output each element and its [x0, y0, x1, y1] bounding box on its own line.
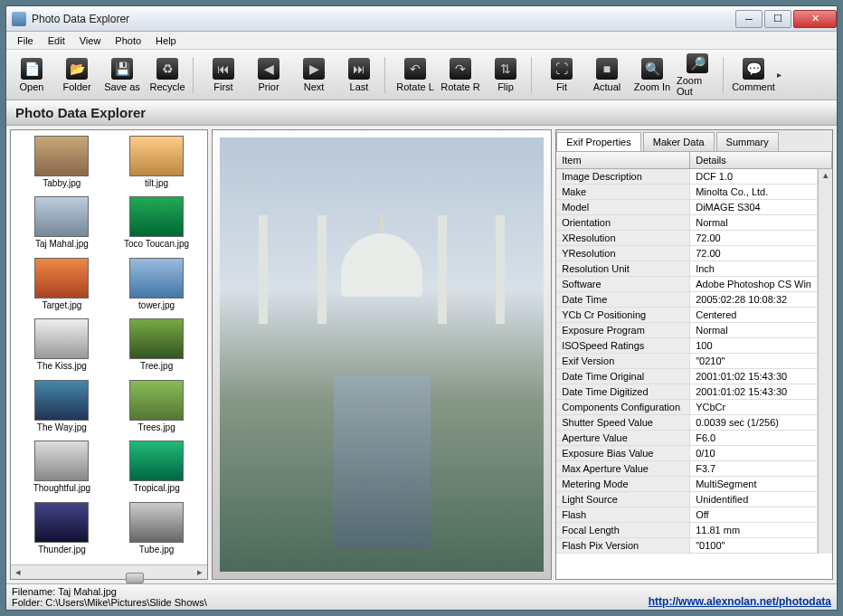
thumbnail[interactable]: Tree.jpg — [111, 318, 203, 375]
toolbar-overflow[interactable]: ▸ — [777, 70, 788, 80]
table-row[interactable]: FlashOff — [556, 507, 818, 523]
prior-button[interactable]: ◀Prior — [247, 52, 290, 98]
table-row[interactable]: ISOSpeed Ratings100 — [556, 338, 818, 354]
table-row[interactable]: Max Aperture ValueF3.7 — [556, 461, 818, 477]
table-header: Item Details — [556, 152, 832, 169]
table-row[interactable]: Image DescriptionDCF 1.0 — [556, 169, 818, 185]
folder-icon: 📂 — [66, 58, 88, 80]
rotater-button[interactable]: ↷Rotate R — [439, 52, 482, 98]
menu-edit[interactable]: Edit — [41, 33, 72, 48]
thumbnail[interactable]: The Kiss.jpg — [16, 318, 108, 375]
table-row[interactable]: Light SourceUnidentified — [556, 492, 818, 507]
rotatel-button[interactable]: ↶Rotate L — [393, 52, 437, 98]
header-strip: Photo Data Explorer — [6, 100, 837, 126]
table-row[interactable]: Metering ModeMultiSegment — [556, 477, 818, 492]
folder-button[interactable]: 📂Folder — [55, 52, 99, 98]
thumbnail[interactable]: Trees.jpg — [111, 380, 203, 437]
thumbnail-image — [34, 318, 89, 359]
table-row[interactable]: Date Time Digitized2001:01:02 15:43:30 — [556, 384, 818, 400]
thumbnail-image — [129, 380, 184, 421]
table-row[interactable]: YResolution72.00 — [556, 246, 818, 261]
last-icon: ⏭ — [348, 58, 370, 80]
table-row[interactable]: ModelDiMAGE S304 — [556, 200, 818, 215]
tab-maker[interactable]: Maker Data — [643, 132, 715, 151]
tab-summary[interactable]: Summary — [716, 132, 779, 151]
recycle-button[interactable]: ♻Recycle — [146, 52, 189, 98]
open-button[interactable]: 📄Open — [10, 52, 53, 98]
maximize-button[interactable]: ☐ — [764, 10, 791, 28]
table-row[interactable]: Exposure Bias Value0/10 — [556, 446, 818, 461]
table-row[interactable]: Components ConfigurationYCbCr — [556, 400, 818, 415]
table-row[interactable]: Shutter Speed Value0.0039 sec (1/256) — [556, 415, 818, 431]
rotatel-icon: ↶ — [404, 58, 426, 80]
first-button[interactable]: ⏮First — [202, 52, 245, 98]
thumbnail[interactable]: Tropical.jpg — [111, 441, 203, 498]
open-icon: 📄 — [21, 58, 43, 80]
thumbnail-image — [129, 196, 184, 237]
zoomout-button[interactable]: 🔎Zoom Out — [676, 52, 719, 98]
table-row[interactable]: Resolution UnitInch — [556, 261, 818, 277]
menu-file[interactable]: File — [10, 33, 41, 48]
thumbnail-label: tower.jpg — [138, 300, 175, 310]
table-row[interactable]: SoftwareAdobe Photoshop CS Win — [556, 277, 818, 292]
table-row[interactable]: Date Time Original2001:01:02 15:43:30 — [556, 369, 818, 384]
scroll-left-arrow[interactable]: ◂ — [11, 566, 25, 578]
table-row[interactable]: YCb Cr PositioningCentered — [556, 308, 818, 323]
close-button[interactable]: ✕ — [793, 10, 837, 28]
table-row[interactable]: OrientationNormal — [556, 215, 818, 231]
thumbnail-panel: Tabby.jpgtilt.jpgTaj Mahal.jpgToco Touca… — [10, 129, 208, 580]
thumbnail[interactable]: Thunder.jpg — [16, 502, 108, 559]
fit-icon: ⛶ — [551, 58, 573, 80]
menu-photo[interactable]: Photo — [108, 33, 148, 48]
tab-bar: Exif PropertiesMaker DataSummary — [556, 130, 832, 152]
header-item[interactable]: Item — [556, 152, 690, 168]
last-button[interactable]: ⏭Last — [337, 52, 381, 98]
scrollbar-thumb[interactable] — [126, 573, 144, 583]
table-row[interactable]: Focal Length11.81 mm — [556, 523, 818, 538]
table-row[interactable]: Exif Version"0210" — [556, 354, 818, 369]
preview-panel — [212, 129, 552, 580]
table-row[interactable]: Exposure ProgramNormal — [556, 323, 818, 338]
minimize-button[interactable]: ─ — [735, 10, 762, 28]
vertical-scrollbar[interactable]: ▴ — [818, 169, 832, 554]
table-row[interactable]: Flash Pix Version"0100" — [556, 538, 818, 554]
table-row[interactable]: Date Time2005:02:28 10:08:32 — [556, 292, 818, 308]
thumbnail-label: The Kiss.jpg — [37, 361, 87, 371]
thumbnail[interactable]: tilt.jpg — [111, 136, 203, 193]
thumbnail[interactable]: Taj Mahal.jpg — [16, 196, 108, 253]
tab-exif[interactable]: Exif Properties — [556, 132, 641, 151]
actual-button[interactable]: ■Actual — [585, 52, 629, 98]
thumbnail[interactable]: Tube.jpg — [111, 502, 203, 559]
exif-panel: Exif PropertiesMaker DataSummary Item De… — [555, 129, 833, 580]
thumbnail[interactable]: Target.jpg — [16, 258, 108, 315]
toolbar: 📄Open📂Folder💾Save as♻Recycle⏮First◀Prior… — [6, 50, 837, 100]
preview-image[interactable] — [220, 137, 544, 572]
titlebar[interactable]: Photo Data Explorer ─ ☐ ✕ — [6, 6, 837, 32]
thumbnail-label: Toco Toucan.jpg — [124, 239, 189, 249]
table-row[interactable]: Aperture ValueF6.0 — [556, 431, 818, 446]
table-row[interactable]: MakeMinolta Co., Ltd. — [556, 185, 818, 200]
page-title: Photo Data Explorer — [15, 105, 146, 120]
thumbnail[interactable]: Toco Toucan.jpg — [111, 196, 203, 253]
flip-button[interactable]: ⇅Flip — [484, 52, 527, 98]
thumbnail[interactable]: tower.jpg — [111, 258, 203, 315]
thumbnail[interactable]: Tabby.jpg — [16, 136, 108, 193]
thumbnail[interactable]: Thoughtful.jpg — [16, 441, 108, 498]
thumbnail-label: Thunder.jpg — [38, 545, 86, 554]
table-row[interactable]: XResolution72.00 — [556, 231, 818, 246]
zoomin-button[interactable]: 🔍Zoom In — [630, 52, 674, 98]
fit-button[interactable]: ⛶Fit — [540, 52, 583, 98]
next-button[interactable]: ▶Next — [292, 52, 336, 98]
menu-view[interactable]: View — [72, 33, 109, 48]
menu-help[interactable]: Help — [148, 33, 184, 48]
scroll-right-arrow[interactable]: ▸ — [193, 566, 207, 578]
horizontal-scrollbar[interactable]: ◂ ▸ — [11, 564, 207, 579]
thumbnail[interactable]: The Way.jpg — [16, 380, 108, 437]
prior-icon: ◀ — [258, 58, 279, 80]
exif-table: Item Details Image DescriptionDCF 1.0Mak… — [556, 152, 832, 579]
header-details[interactable]: Details — [690, 152, 832, 168]
website-link[interactable]: http://www.alexnolan.net/photodata — [649, 595, 831, 608]
comment-button[interactable]: 💬Comment — [732, 52, 775, 98]
thumbnail-image — [129, 502, 184, 543]
saveas-button[interactable]: 💾Save as — [100, 52, 144, 98]
